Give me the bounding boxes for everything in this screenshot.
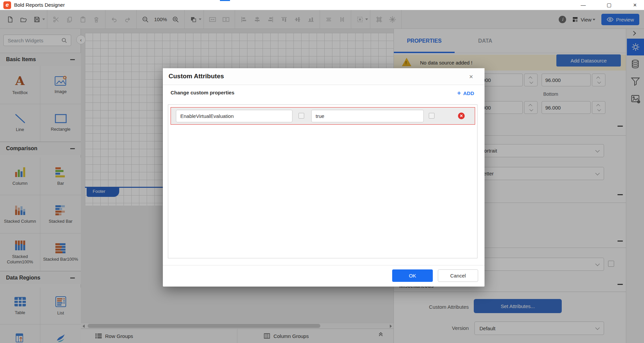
dialog-close-icon[interactable]: × bbox=[467, 72, 475, 81]
attribute-name-input[interactable] bbox=[176, 110, 292, 122]
attribute-row: ✕ bbox=[171, 107, 475, 125]
attribute-value-input[interactable] bbox=[311, 110, 424, 122]
minimize-button[interactable]: — bbox=[578, 2, 588, 8]
attribute-value-checkbox[interactable] bbox=[429, 113, 434, 119]
window-title: Bold Reports Designer bbox=[14, 2, 65, 8]
attribute-name-checkbox[interactable] bbox=[298, 113, 304, 119]
dialog-title: Custom Attributes bbox=[169, 73, 224, 80]
top-accent-bar bbox=[220, 0, 230, 1]
maximize-button[interactable]: ▢ bbox=[604, 2, 614, 8]
attributes-list: ✕ bbox=[168, 104, 477, 258]
custom-attributes-dialog: Custom Attributes × Change custom proper… bbox=[163, 68, 485, 287]
cancel-button[interactable]: Cancel bbox=[438, 269, 478, 282]
dialog-header: Custom Attributes × bbox=[163, 68, 485, 85]
add-attribute-button[interactable]: + ADD bbox=[457, 89, 474, 97]
close-button[interactable]: × bbox=[630, 2, 640, 8]
plus-icon: + bbox=[457, 89, 461, 97]
bold-reports-logo-icon: e bbox=[3, 1, 11, 9]
window-title-bar: e Bold Reports Designer — ▢ × bbox=[0, 0, 644, 10]
dialog-subtitle: Change custom properties bbox=[171, 90, 234, 95]
delete-attribute-icon[interactable]: ✕ bbox=[458, 113, 465, 119]
ok-button[interactable]: OK bbox=[392, 269, 433, 282]
